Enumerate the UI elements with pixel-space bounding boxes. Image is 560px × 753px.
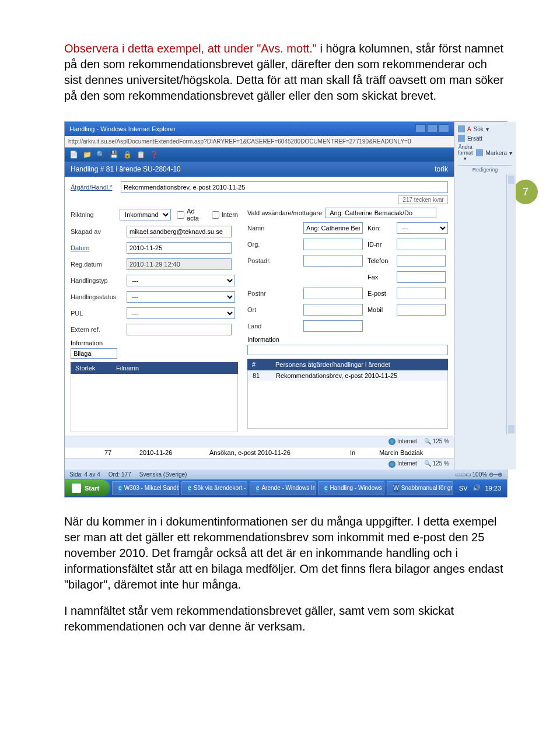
mobil-label: Mobil [368, 306, 393, 313]
word-lang: Svenska (Sverige) [139, 471, 187, 478]
mobil-input[interactable] [397, 304, 446, 316]
skapad-input[interactable] [127, 226, 232, 237]
tray-lang[interactable]: SV [459, 485, 468, 492]
redigering-group-label: Redigering [458, 165, 512, 173]
table-row[interactable]: 81 Rekommendationsbrev, e-post 2010-11-2… [248, 370, 447, 381]
taskbar-item[interactable]: Sök via ärendekort - … [181, 481, 247, 495]
riktning-select[interactable]: Inkommande [120, 209, 171, 220]
row-num: 81 [253, 372, 276, 379]
externref-label: Extern ref. [71, 326, 127, 333]
toolbar-icon[interactable]: 💾 [110, 150, 118, 159]
handlingstyp-label: Handlingstyp [71, 277, 127, 284]
torik-link[interactable]: torik [435, 165, 448, 173]
epost-input[interactable] [397, 288, 446, 299]
window-titlebar: Handling - Windows Internet Explorer [65, 122, 454, 136]
information-label-right: Information [247, 336, 448, 343]
start-button[interactable]: Start [65, 480, 110, 496]
externref-input[interactable] [127, 324, 232, 335]
vald-avsandare-row: Vald avsändare/mottagare: Ang: Catherine… [247, 208, 448, 218]
window-controls[interactable] [414, 124, 449, 134]
personens-col: Personens åtgärder/handlingar i ärendet [275, 361, 390, 368]
org-input[interactable] [303, 239, 363, 250]
idnr-label: ID-nr [368, 241, 393, 248]
window-title: Handling - Windows Internet Explorer [69, 125, 176, 132]
kon-select[interactable]: --- [397, 222, 448, 234]
intro-red-text: Observera i detta exempel, att under "Av… [64, 42, 317, 55]
toolbar-icon[interactable]: 📁 [83, 150, 92, 159]
toolbar-icon[interactable]: 🔒 [123, 150, 132, 159]
handlingsstatus-select[interactable]: --- [127, 291, 235, 303]
telefon-label: Telefon [368, 257, 393, 264]
case-header-title: Handling # 81 i ärende SU-2804-10 [71, 165, 181, 173]
app-toolbar[interactable]: 📄 📁 🔍 💾 🔒 📋 ❓ [65, 148, 454, 162]
idnr-input[interactable] [397, 239, 446, 250]
land-label: Land [247, 323, 303, 330]
taskbar-item[interactable]: W303 - Mikael Sandb… [112, 481, 179, 495]
regdatum-input [127, 258, 232, 270]
taskbar-item[interactable]: Snabbmanual för gru… [387, 481, 453, 495]
regdatum-label: Reg.datum [71, 261, 127, 268]
postnr-label: Postnr [247, 290, 303, 297]
word-words: Ord: 177 [108, 471, 131, 478]
skapad-label: Skapad av [71, 228, 127, 235]
address-bar[interactable]: http://arkiv.it.su.se/AsplDocumentExtend… [65, 136, 454, 148]
toolbar-icon[interactable]: ❓ [150, 150, 159, 159]
adacta-checkbox[interactable] [177, 211, 184, 219]
windows-taskbar[interactable]: Start W303 - Mikael Sandb… Sök via ärend… [65, 479, 507, 497]
handlingstyp-select[interactable]: --- [127, 275, 235, 286]
hash-col: # [252, 361, 275, 368]
sok-button[interactable]: A Sök ▾ [458, 125, 512, 132]
word-status-bar: Sida: 4 av 4 Ord: 177 Svenska (Sverige) … [65, 470, 507, 479]
fax-input[interactable] [397, 271, 446, 283]
namn-label: Namn [247, 225, 303, 232]
toolbar-icon[interactable]: 🔍 [96, 150, 105, 159]
atgard-input[interactable] [121, 181, 448, 193]
underlying-table-row: 77 2010-11-26 Ansökan, e-post 2010-11-26… [65, 447, 454, 458]
namn-input[interactable] [303, 222, 363, 234]
telefon-input[interactable] [397, 255, 446, 267]
markera-button[interactable]: Markera ▾ [476, 144, 512, 162]
andra-format-button[interactable]: Ändraformat ▾ [458, 144, 473, 162]
vertical-scrollbar[interactable] [506, 174, 516, 435]
zoom-indicator[interactable]: 🔍 125 % [424, 438, 449, 445]
bilaga-field[interactable]: Bilaga [71, 348, 117, 359]
postadr-input[interactable] [303, 255, 363, 267]
pul-select[interactable]: --- [127, 307, 235, 319]
taskbar-item[interactable]: Ärende - Windows In… [250, 481, 316, 495]
org-label: Org. [247, 241, 303, 248]
globe-icon [388, 461, 396, 468]
outro-p2: I namnfältet står vem rekommendationsbre… [64, 603, 508, 635]
word-zoom[interactable]: ▭▭▭ 100% ⊖─⊕ [455, 471, 502, 478]
taskbar-item[interactable]: Handling - Windows I… [318, 481, 384, 495]
datum-input[interactable] [127, 242, 232, 254]
ort-input[interactable] [303, 304, 363, 316]
information-right-field[interactable] [247, 345, 448, 355]
filnamn-col: Filnamn [116, 365, 139, 372]
intro-paragraph: Observera i detta exempel, att under "Av… [64, 41, 508, 104]
vald-value[interactable]: Ang: Catherine Bemaciak/Do [326, 208, 436, 218]
ersatt-button[interactable]: Ersätt [458, 135, 512, 142]
toolbar-icon[interactable]: 📋 [136, 150, 145, 159]
intern-label: Intern [222, 211, 238, 218]
ie-status-bar-2: Internet 🔍 125 % [65, 458, 454, 469]
toolbar-icon[interactable]: 📄 [69, 150, 78, 159]
page-number-badge: 7 [513, 180, 538, 204]
atgard-label: Åtgärd/Handl.* [71, 184, 121, 191]
chars-left: 217 tecken kvar [71, 197, 448, 203]
ort-label: Ort [247, 306, 303, 313]
attachments-header: Storlek Filnamn [71, 362, 238, 374]
handlingsstatus-label: Handlingsstatus [71, 293, 127, 300]
tray-icon[interactable]: 🔊 [473, 484, 481, 492]
storlek-col: Storlek [75, 365, 116, 372]
system-tray[interactable]: SV 🔊 19:23 [453, 484, 507, 492]
actions-body: 81 Rekommendationsbrev, e-post 2010-11-2… [247, 370, 448, 429]
zoom-indicator-2[interactable]: 🔍 125 % [424, 460, 449, 467]
riktning-label: Riktning [71, 211, 120, 218]
datum-label[interactable]: Datum [71, 244, 127, 251]
kon-label: Kön: [368, 225, 393, 232]
word-ribbon-fragment: A Sök ▾ Ersätt Ändraformat ▾ Markera ▾ R… [454, 122, 516, 470]
land-input[interactable] [303, 320, 363, 332]
intern-checkbox[interactable] [212, 211, 219, 219]
postnr-input[interactable] [303, 288, 363, 299]
fax-label: Fax [368, 274, 393, 281]
